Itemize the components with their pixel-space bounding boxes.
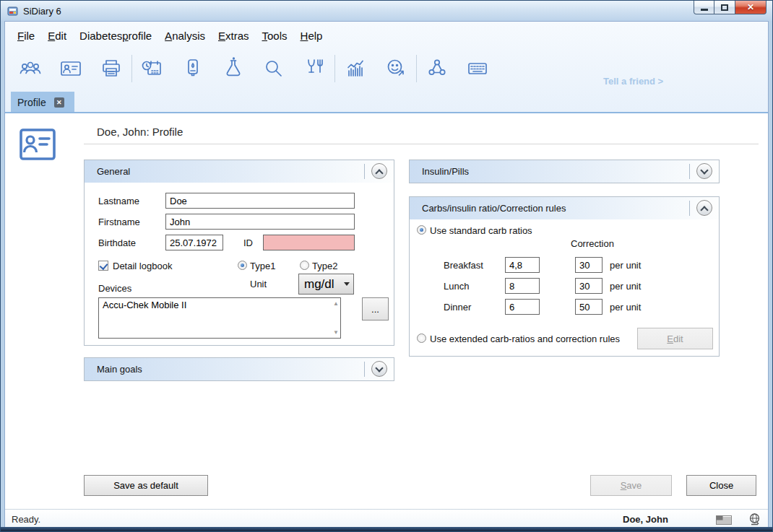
header-separator xyxy=(689,164,690,179)
tab-profile[interactable]: Profile ✕ xyxy=(11,92,74,113)
main-goals-header: Main goals xyxy=(85,358,394,380)
save-button[interactable]: Save xyxy=(590,475,672,496)
insulin-pills-header: Insulin/Pills xyxy=(410,160,719,183)
wellness-button[interactable] xyxy=(376,53,416,84)
birthdate-input[interactable] xyxy=(165,235,223,250)
detail-logbook-checkbox[interactable] xyxy=(98,261,108,271)
food-glass-fork-icon xyxy=(302,56,327,81)
globe-icon[interactable] xyxy=(748,513,761,526)
firstname-label: Firstname xyxy=(98,217,140,227)
menu-diabetesprofile[interactable]: Diabetesprofile xyxy=(73,27,158,45)
lunch-ratio-input[interactable] xyxy=(505,278,540,294)
tab-label: Profile xyxy=(17,97,46,108)
window-title: SiDiary 6 xyxy=(23,6,61,17)
menu-analysis[interactable]: Analysis xyxy=(158,27,212,45)
sync-button[interactable] xyxy=(417,53,457,84)
language-flag-icon[interactable] xyxy=(716,515,732,525)
main-goals-group: Main goals xyxy=(84,357,394,381)
breakfast-label: Breakfast xyxy=(444,260,483,271)
device-list-item[interactable]: Accu-Chek Mobile II xyxy=(103,300,337,310)
device-import-button[interactable] xyxy=(173,53,213,84)
lunch-correction-input[interactable] xyxy=(575,278,603,294)
profile-button[interactable] xyxy=(51,53,91,84)
general-group-header: General xyxy=(85,160,394,183)
heading-divider xyxy=(84,144,759,144)
dinner-correction-input[interactable] xyxy=(575,299,603,315)
type1-radio[interactable] xyxy=(238,261,247,270)
unit-value: mg/dl xyxy=(299,277,340,292)
carb-ratios-title: Carbs/insulin ratio/Correction rules xyxy=(422,203,566,214)
patients-icon xyxy=(18,56,43,81)
standard-carb-ratios-label: Use standard carb ratios xyxy=(430,225,532,236)
flask-icon xyxy=(221,56,246,81)
minimize-button[interactable] xyxy=(694,1,714,14)
maximize-button[interactable] xyxy=(714,1,735,14)
expand-main-goals-button chevron-down-icon[interactable] xyxy=(371,361,387,377)
unit-label: Unit xyxy=(250,279,267,289)
birthdate-label: Birthdate xyxy=(98,237,136,248)
extended-carb-ratios-label: Use extended carb-ratios and correction … xyxy=(430,333,620,344)
menu-extras[interactable]: Extras xyxy=(212,27,256,45)
correction-header: Correction xyxy=(571,238,614,249)
general-group-title: General xyxy=(97,166,130,177)
smiley-export-icon xyxy=(384,56,408,81)
close-icon: ✕ xyxy=(735,2,766,12)
save-as-default-button[interactable]: Save as default xyxy=(84,475,208,496)
collapse-general-button chevron-up-icon[interactable] xyxy=(371,163,387,179)
type1-label: Type1 xyxy=(250,261,275,271)
menu-edit[interactable]: Edit xyxy=(41,27,73,45)
maximize-icon xyxy=(721,4,728,11)
profile-page-icon xyxy=(19,128,56,162)
scroll-up-icon[interactable]: ▲ xyxy=(333,300,339,307)
devices-listbox[interactable]: Accu-Chek Mobile II ▲ ▼ xyxy=(98,297,341,339)
id-label: ID xyxy=(243,237,253,248)
laboratory-button[interactable] xyxy=(213,53,254,84)
main-goals-title: Main goals xyxy=(97,364,142,375)
profile-card-icon xyxy=(59,56,83,81)
app-window: SiDiary 6 ✕ File Edit Diabetesprofile An… xyxy=(0,0,773,532)
devices-browse-button[interactable]: ... xyxy=(362,297,389,320)
menu-help[interactable]: Help xyxy=(294,27,329,45)
insulin-pills-title: Insulin/Pills xyxy=(422,166,469,177)
search-icon xyxy=(262,56,286,81)
print-button[interactable] xyxy=(91,53,131,84)
dinner-label: Dinner xyxy=(444,302,471,313)
menu-file[interactable]: File xyxy=(11,27,41,45)
status-text: Ready. xyxy=(12,514,40,525)
statistics-button[interactable] xyxy=(335,53,376,84)
chevron-down-icon xyxy=(340,282,353,286)
close-window-button[interactable]: ✕ xyxy=(735,1,766,14)
firstname-input[interactable] xyxy=(165,214,355,230)
keyboard-button[interactable] xyxy=(457,53,498,84)
toolbar xyxy=(10,53,498,84)
extended-carb-ratios-radio[interactable] xyxy=(417,333,426,343)
nutrition-button[interactable] xyxy=(294,53,334,84)
scroll-down-icon[interactable]: ▼ xyxy=(333,329,339,336)
logbook-button[interactable] xyxy=(132,53,173,84)
expand-insulin-pills-button chevron-down-icon[interactable] xyxy=(696,163,712,179)
breakfast-ratio-input[interactable] xyxy=(505,257,540,273)
statusbar: Ready. Doe, John xyxy=(5,509,768,528)
menu-tools[interactable]: Tools xyxy=(256,27,294,45)
lastname-label: Lastname xyxy=(98,196,139,206)
dinner-ratio-input[interactable] xyxy=(505,299,540,315)
app-logo-icon xyxy=(7,5,19,17)
minimize-icon xyxy=(701,9,708,11)
edit-button[interactable]: Edit xyxy=(637,328,713,349)
patients-button[interactable] xyxy=(10,53,51,84)
breakfast-correction-input[interactable] xyxy=(575,257,603,273)
tab-close-icon[interactable]: ✕ xyxy=(54,97,64,108)
standard-carb-ratios-radio[interactable] xyxy=(417,225,426,235)
unit-dropdown[interactable]: mg/dl xyxy=(298,274,354,295)
lastname-input[interactable] xyxy=(165,193,355,209)
close-button[interactable]: Close xyxy=(686,475,756,496)
search-button[interactable] xyxy=(254,53,294,84)
collapse-carb-ratios-button chevron-up-icon[interactable] xyxy=(696,200,712,216)
glucose-meter-icon xyxy=(181,56,205,81)
id-input[interactable] xyxy=(263,235,355,250)
breakfast-per-unit-label: per unit xyxy=(610,260,641,271)
tell-a-friend-link[interactable]: Tell a friend > xyxy=(603,76,663,87)
devices-label: Devices xyxy=(98,283,131,294)
type2-radio[interactable] xyxy=(300,261,309,270)
header-separator xyxy=(689,201,690,216)
